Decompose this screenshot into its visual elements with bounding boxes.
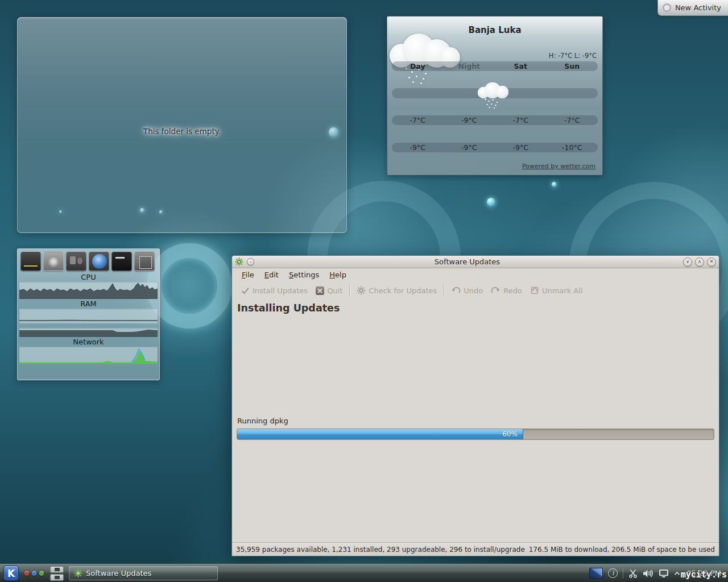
checkmark-icon <box>241 286 250 295</box>
gear-icon <box>357 286 366 295</box>
folder-empty-text: This folder is empty. <box>18 127 346 136</box>
activity-dots-applet[interactable] <box>23 571 45 576</box>
desktop: This folder is empty. Banja Luka H: -7°C… <box>0 0 728 582</box>
menu-settings[interactable]: Settings <box>284 269 324 280</box>
notifications-info-icon[interactable]: i <box>608 568 618 578</box>
unmark-all-icon <box>530 286 539 295</box>
system-tray: i 05:28 PM <box>589 568 725 579</box>
volume-icon[interactable] <box>643 569 653 578</box>
weather-day-label: Night <box>444 61 495 71</box>
new-activity-label: New Activity <box>675 3 721 12</box>
cpu-label: CPU <box>18 272 159 282</box>
cpu-graph <box>19 282 158 299</box>
hardware-icon-row <box>18 249 159 272</box>
statusbar: 35,959 packages available, 1,231 install… <box>232 542 719 556</box>
folder-view-widget[interactable]: This folder is empty. <box>17 17 347 233</box>
window-content: Installing Updates Running dpkg 60% <box>232 300 719 542</box>
wallpaper-bubble <box>487 198 495 206</box>
task-label: Software Updates <box>86 569 151 577</box>
check-for-updates-button[interactable]: Check for Updates <box>353 284 441 297</box>
swap-graph <box>19 328 158 337</box>
quit-x-icon <box>316 286 324 295</box>
memory-icon[interactable] <box>111 252 132 271</box>
menu-file[interactable]: File <box>237 269 259 280</box>
red-dot-icon <box>24 571 29 576</box>
ram-label: RAM <box>18 299 159 309</box>
weather-icon-row <box>392 88 598 98</box>
weather-day-row: Day Night Sat Sun <box>392 61 598 71</box>
toolbar: Install Updates Quit Check for Updates U… <box>232 281 719 300</box>
weather-low-temp: -10°C <box>547 143 598 152</box>
weather-high-temp: -7°C <box>495 115 547 125</box>
green-dot-icon <box>39 571 44 576</box>
quit-button[interactable]: Quit <box>312 285 346 297</box>
taskbar-task-software-updates[interactable]: Software Updates <box>69 566 218 580</box>
pager-desktop-1[interactable] <box>50 566 64 573</box>
devices-board-icon[interactable] <box>66 252 86 271</box>
new-activity-button[interactable]: New Activity <box>657 0 728 16</box>
menu-help[interactable]: Help <box>324 269 351 280</box>
window-title: Software Updates <box>254 257 680 266</box>
redo-icon <box>491 286 500 295</box>
device-notifier-icon[interactable] <box>659 569 669 578</box>
weather-high-temp: -9°C <box>444 115 495 125</box>
pager-desktop-2[interactable] <box>50 574 64 581</box>
kde-k-logo-icon: K <box>7 568 15 579</box>
system-monitor-tray-icon[interactable] <box>589 568 603 579</box>
keep-above-button[interactable] <box>247 258 254 265</box>
weather-high-temp: -7°C <box>392 115 444 125</box>
software-updates-window: Software Updates ∨ ∧ ✕ File Edit Setting… <box>232 256 719 556</box>
activities-icon <box>663 3 671 12</box>
redo-button[interactable]: Redo <box>487 284 526 297</box>
status-download-text: 176.5 MiB to download, 206.5 MiB of spac… <box>529 546 715 554</box>
menubar: File Edit Settings Help <box>232 268 719 281</box>
weather-low-temp: -9°C <box>495 143 547 152</box>
network-globe-icon[interactable] <box>89 252 109 271</box>
close-button[interactable]: ✕ <box>707 257 716 267</box>
digital-clock[interactable]: 05:28 PM <box>685 569 725 577</box>
weather-day-label: Day <box>392 61 444 71</box>
weather-low-temp: -9°C <box>444 143 495 152</box>
unmark-all-button[interactable]: Unmark All <box>526 284 587 297</box>
progress-bar: 60% <box>237 429 714 440</box>
tray-separator <box>623 568 623 579</box>
snow-cloud-icon <box>477 81 513 98</box>
window-titlebar[interactable]: Software Updates ∨ ∧ ✕ <box>232 256 719 268</box>
progress-bar-fill: 60% <box>237 429 523 439</box>
weather-high-row: -7°C -9°C -7°C -7°C <box>392 115 598 125</box>
system-monitor-widget: CPU RAM Network <box>17 248 160 380</box>
status-packages-text: 35,959 packages available, 1,231 install… <box>236 546 525 554</box>
harddisk-icon[interactable] <box>20 252 41 271</box>
undo-button[interactable]: Undo <box>447 284 487 297</box>
maximize-button[interactable]: ∧ <box>695 257 704 267</box>
network-label: Network <box>18 337 159 347</box>
expand-tray-icon[interactable] <box>674 571 680 576</box>
weather-low-temp: -9°C <box>392 143 444 152</box>
progress-percent: 60% <box>502 430 523 438</box>
weather-high-low: H: -7°C L: -9°C <box>549 52 597 60</box>
desktop-pager[interactable] <box>49 566 64 581</box>
undo-icon <box>451 286 461 295</box>
weather-day-label: Sat <box>495 61 547 71</box>
green-gear-icon <box>74 569 82 577</box>
app-gear-icon <box>235 257 243 266</box>
wallpaper-bubble <box>552 182 557 187</box>
install-updates-button[interactable]: Install Updates <box>237 284 312 297</box>
weather-high-temp: -7°C <box>547 115 598 125</box>
page-title: Installing Updates <box>237 302 719 314</box>
minimize-button[interactable]: ∨ <box>683 257 692 267</box>
taskbar-panel: K Software Updates i 05:28 PM mycity.rs <box>0 564 728 582</box>
weather-day-label: Sun <box>547 61 598 71</box>
kde-launcher-button[interactable]: K <box>3 566 19 581</box>
menu-edit[interactable]: Edit <box>259 269 284 280</box>
weather-credit-link[interactable]: Powered by wetter.com <box>522 163 595 170</box>
storage-disk-icon[interactable] <box>43 252 64 271</box>
ram-graph <box>19 309 158 323</box>
blue-dot-icon <box>32 571 36 576</box>
klipper-scissors-icon[interactable] <box>628 569 638 578</box>
cpu-chip-icon[interactable] <box>134 252 155 271</box>
weather-widget: Banja Luka H: -7°C L: -9°C Day Night Sat… <box>387 16 603 175</box>
toolbar-separator <box>444 285 444 296</box>
network-graph <box>19 347 158 364</box>
progress-status-text: Running dpkg <box>237 417 288 425</box>
